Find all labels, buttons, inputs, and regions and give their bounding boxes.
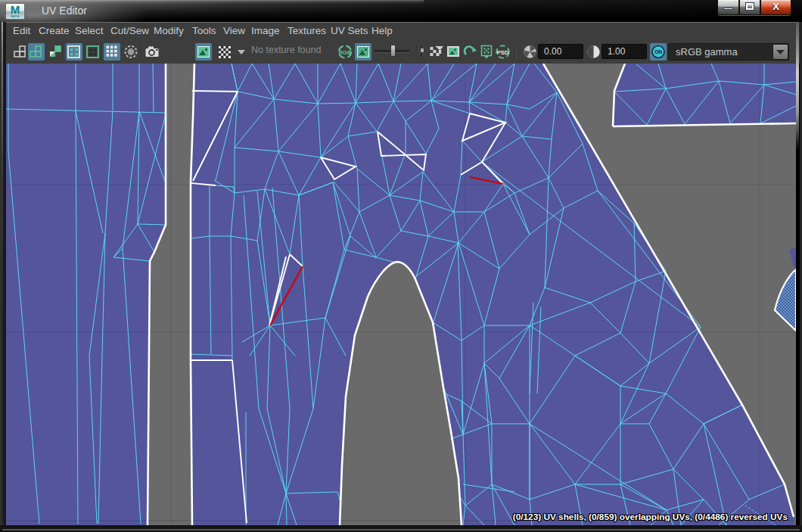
svg-text:ON: ON xyxy=(654,49,662,54)
svg-text:PSD: PSD xyxy=(497,49,509,56)
svg-text:RGB: RGB xyxy=(339,49,352,56)
